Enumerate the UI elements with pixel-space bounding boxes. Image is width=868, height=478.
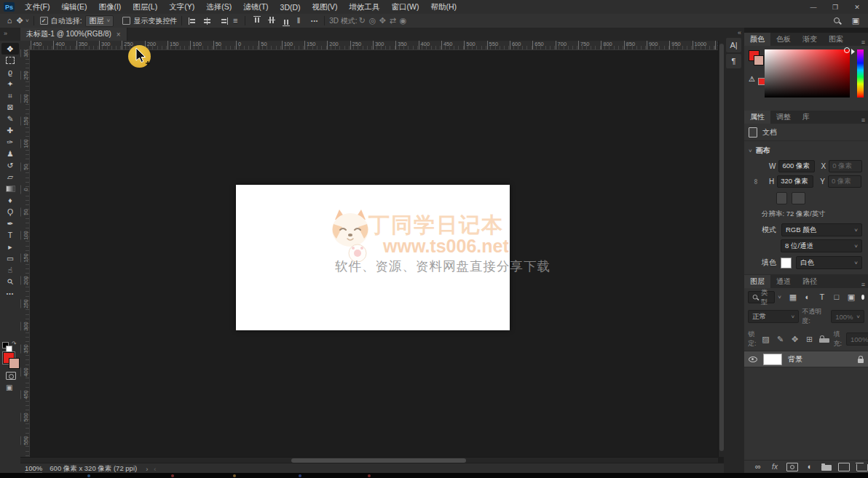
layer-mask-icon[interactable] bbox=[786, 463, 798, 471]
eyedropper-tool[interactable]: ✎ bbox=[1, 113, 19, 124]
paragraph-panel-button[interactable]: ¶ bbox=[726, 54, 741, 68]
canvas-fill-swatch[interactable] bbox=[781, 258, 792, 268]
layers-tab-2[interactable]: 路径 bbox=[797, 275, 823, 288]
menu-item-9[interactable]: 增效工具 bbox=[344, 0, 386, 14]
blur-tool[interactable]: ♦ bbox=[1, 194, 19, 206]
clone-stamp-tool[interactable]: ♟ bbox=[1, 148, 19, 159]
panel-menu-icon[interactable]: ≡ bbox=[861, 39, 868, 46]
3d-roll-icon[interactable]: ◎ bbox=[367, 15, 377, 26]
properties-tab-0[interactable]: 属性 bbox=[744, 111, 770, 124]
3d-slide-icon[interactable]: ⇄ bbox=[387, 15, 398, 26]
adjustment-layer-icon[interactable]: ◐ bbox=[805, 461, 815, 472]
layer-filter-box[interactable]: 类型 bbox=[748, 291, 775, 303]
link-layers-icon[interactable]: ∞ bbox=[753, 461, 763, 472]
minimize-button[interactable]: — bbox=[802, 0, 824, 14]
hue-slider[interactable] bbox=[857, 49, 864, 97]
lock-paint-icon[interactable]: ✎ bbox=[776, 334, 786, 345]
rectangle-tool[interactable]: ▭ bbox=[1, 252, 19, 264]
more-options-icon[interactable]: ••• bbox=[309, 15, 320, 26]
search-icon[interactable] bbox=[833, 17, 843, 25]
3d-camera-icon[interactable]: ◉ bbox=[398, 15, 408, 26]
close-tab-icon[interactable]: × bbox=[117, 31, 121, 39]
edit-toolbar[interactable]: ••• bbox=[1, 287, 19, 299]
healing-brush-tool[interactable]: ✚ bbox=[1, 124, 19, 136]
history-brush-tool[interactable]: ↺ bbox=[1, 159, 19, 171]
chevron-down-icon[interactable]: ˅ bbox=[25, 17, 29, 24]
filter-type-layers-icon[interactable]: T bbox=[817, 292, 827, 303]
hand-tool[interactable]: ☝ bbox=[1, 264, 19, 276]
new-group-icon[interactable] bbox=[821, 465, 832, 471]
properties-tab-1[interactable]: 调整 bbox=[770, 111, 797, 124]
menu-item-10[interactable]: 窗口(W) bbox=[386, 0, 425, 14]
layer-thumbnail[interactable] bbox=[763, 354, 782, 365]
crop-tool[interactable]: ⌗ bbox=[1, 89, 19, 101]
show-transform-checkbox[interactable] bbox=[122, 17, 130, 25]
height-field[interactable]: 320 像素 bbox=[777, 175, 813, 188]
color-picker-marker[interactable] bbox=[844, 47, 850, 53]
lock-artboard-icon[interactable]: ⊞ bbox=[805, 334, 815, 345]
width-field[interactable]: 600 像素 bbox=[778, 160, 815, 172]
constrain-link-icon[interactable]: ∞ bbox=[752, 179, 760, 184]
delete-layer-icon[interactable] bbox=[856, 464, 868, 471]
blend-mode-dropdown[interactable]: 正常˅ bbox=[748, 310, 799, 323]
lock-all-icon[interactable] bbox=[819, 338, 829, 343]
color-mode-dropdown[interactable]: RGB 颜色˅ bbox=[781, 223, 862, 236]
screen-mode-button[interactable]: ▣ bbox=[6, 383, 12, 391]
menu-item-1[interactable]: 编辑(E) bbox=[55, 0, 92, 14]
auto-select-checkbox[interactable]: ✓ bbox=[40, 17, 48, 25]
align-left-edges-icon[interactable] bbox=[189, 17, 199, 25]
menu-item-7[interactable]: 3D(D) bbox=[275, 0, 307, 14]
color-tab-3[interactable]: 图案 bbox=[823, 33, 849, 46]
auto-select-dropdown[interactable]: 图层˅ bbox=[85, 15, 114, 27]
menu-item-2[interactable]: 图像(I) bbox=[92, 0, 127, 14]
color-tab-2[interactable]: 渐变 bbox=[797, 33, 823, 46]
menu-item-8[interactable]: 视图(V) bbox=[307, 0, 344, 14]
document-tab[interactable]: 未标题-1 @ 100%(RGB/8) × bbox=[20, 28, 127, 41]
portrait-orientation-button[interactable] bbox=[776, 192, 787, 204]
layers-tab-1[interactable]: 通道 bbox=[770, 275, 797, 288]
background-color-swatch[interactable] bbox=[9, 358, 20, 369]
eraser-tool[interactable]: ▱ bbox=[1, 171, 19, 183]
menu-item-0[interactable]: 文件(F) bbox=[19, 0, 55, 14]
properties-tab-2[interactable]: 库 bbox=[797, 111, 816, 124]
lock-transparency-icon[interactable]: ▨ bbox=[761, 334, 771, 345]
gamut-warning-icon[interactable]: ⚠ bbox=[749, 75, 755, 83]
align-h-centers-icon[interactable] bbox=[203, 17, 213, 25]
type-tool[interactable]: T bbox=[1, 229, 19, 241]
filter-pixel-layers-icon[interactable]: ▦ bbox=[788, 292, 798, 303]
x-field[interactable]: 0 像素 bbox=[829, 160, 862, 172]
status-expand-icon[interactable]: › bbox=[146, 465, 148, 473]
status-collapse-icon[interactable]: ‹ bbox=[154, 465, 156, 473]
layer-fill-dropdown[interactable]: 100%˅ bbox=[846, 332, 868, 346]
align-v-centers-icon[interactable] bbox=[268, 16, 275, 26]
collapse-panels-icon[interactable]: « bbox=[738, 29, 741, 36]
new-layer-icon[interactable] bbox=[838, 463, 850, 471]
menu-item-5[interactable]: 选择(S) bbox=[200, 0, 237, 14]
quick-mask-button[interactable] bbox=[6, 372, 16, 381]
chevron-down-icon[interactable]: ˅ bbox=[749, 148, 752, 154]
menu-item-11[interactable]: 帮助(H) bbox=[425, 0, 463, 14]
bit-depth-dropdown[interactable]: 8 位/通道˅ bbox=[781, 239, 862, 252]
panel-menu-icon[interactable]: ≡ bbox=[861, 116, 868, 124]
layer-effects-icon[interactable]: fx bbox=[770, 461, 780, 472]
document-canvas[interactable] bbox=[236, 185, 510, 330]
move-tool-icon[interactable]: ✥ bbox=[15, 15, 25, 26]
align-right-edges-icon[interactable] bbox=[218, 17, 228, 25]
lasso-tool[interactable]: ϱ bbox=[1, 66, 19, 78]
landscape-orientation-button[interactable] bbox=[792, 192, 805, 204]
panel-menu-icon[interactable]: ≡ bbox=[861, 281, 868, 288]
swap-colors-icon[interactable]: ↷ bbox=[12, 340, 17, 347]
align-top-edges-icon[interactable] bbox=[253, 16, 261, 26]
restore-button[interactable]: ❐ bbox=[824, 0, 846, 14]
zoom-tool[interactable]: ⚲ bbox=[1, 276, 19, 287]
menu-item-6[interactable]: 滤镜(T) bbox=[237, 0, 274, 14]
filter-smart-objects-icon[interactable]: ▣ bbox=[846, 292, 856, 303]
filter-shape-layers-icon[interactable]: □ bbox=[832, 292, 842, 303]
character-panel-button[interactable]: A| bbox=[726, 38, 741, 52]
brush-tool[interactable]: ✑ bbox=[1, 136, 19, 148]
color-tab-0[interactable]: 颜色 bbox=[744, 33, 770, 46]
y-field[interactable]: 0 像素 bbox=[828, 175, 861, 188]
gradient-tool[interactable] bbox=[1, 183, 19, 194]
menu-item-3[interactable]: 图层(L) bbox=[127, 0, 163, 14]
layer-row-background[interactable]: 背景 bbox=[744, 351, 868, 367]
